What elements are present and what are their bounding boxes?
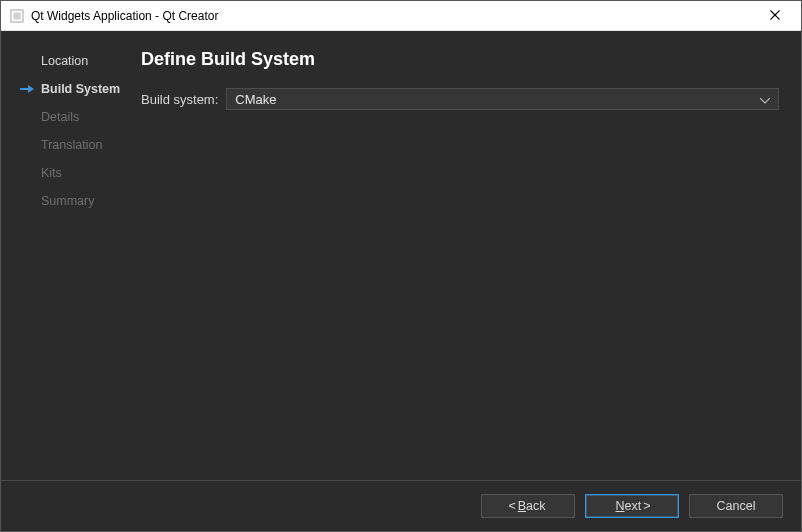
wizard-page: Define Build System Build system: CMake [131, 31, 801, 480]
step-label: Details [41, 110, 79, 124]
step-label: Location [41, 54, 88, 68]
step-summary: Summary [19, 191, 123, 211]
step-build-system: Build System [19, 79, 123, 99]
back-rest: ack [526, 499, 545, 513]
svg-rect-1 [14, 12, 21, 19]
build-system-label: Build system: [141, 92, 218, 107]
next-rest: ext [625, 499, 642, 513]
back-prefix: < [508, 499, 515, 513]
wizard-button-bar: < Back Next > Cancel [1, 481, 801, 531]
step-label: Summary [41, 194, 94, 208]
wizard-steps: Location Build System Details Translatio… [1, 31, 131, 480]
window-close-button[interactable] [753, 1, 797, 31]
back-mnemonic: B [518, 499, 526, 513]
build-system-row: Build system: CMake [141, 88, 779, 110]
next-suffix: > [643, 499, 650, 513]
wizard-body: Location Build System Details Translatio… [1, 31, 801, 531]
page-title: Define Build System [141, 49, 779, 70]
step-label: Kits [41, 166, 62, 180]
step-location: Location [19, 51, 123, 71]
step-kits: Kits [19, 163, 123, 183]
step-translation: Translation [19, 135, 123, 155]
chevron-down-icon [760, 92, 770, 107]
arrow-right-icon [19, 84, 35, 94]
build-system-value: CMake [235, 92, 276, 107]
close-icon [770, 9, 780, 23]
app-icon [9, 8, 25, 24]
step-details: Details [19, 107, 123, 127]
step-label: Translation [41, 138, 102, 152]
step-label: Build System [41, 82, 120, 96]
titlebar: Qt Widgets Application - Qt Creator [1, 1, 801, 31]
build-system-select[interactable]: CMake [226, 88, 779, 110]
cancel-rest: Cancel [717, 499, 756, 513]
main-split: Location Build System Details Translatio… [1, 31, 801, 480]
cancel-button[interactable]: Cancel [689, 494, 783, 518]
window-title: Qt Widgets Application - Qt Creator [31, 9, 753, 23]
next-button[interactable]: Next > [585, 494, 679, 518]
next-mnemonic: N [615, 499, 624, 513]
back-button[interactable]: < Back [481, 494, 575, 518]
